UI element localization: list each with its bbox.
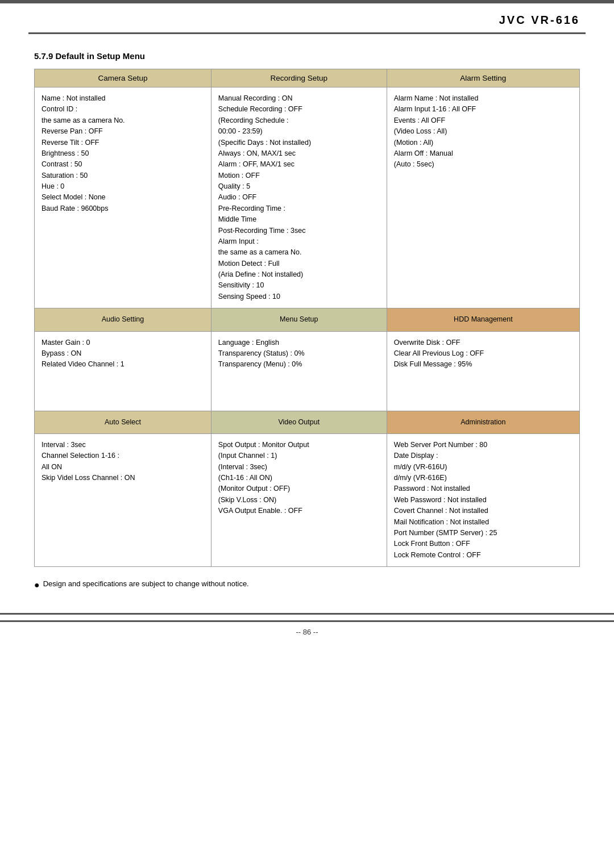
alarm-setting-cell: Alarm Name : Not installed Alarm Input 1…	[387, 87, 579, 308]
hdd-management-header: HDD Management	[387, 308, 579, 331]
administration-cell: Web Server Port Number : 80 Date Display…	[387, 433, 579, 566]
table-row-3-data: Interval : 3sec Channel Selection 1-16 :…	[35, 433, 580, 566]
footer-note: ● Design and specifications are subject …	[34, 579, 580, 590]
main-content: 5.7.9 Default in Setup Menu Camera Setup…	[0, 51, 614, 590]
col2-header: Recording Setup	[211, 69, 387, 87]
page-number: -- 86 --	[0, 628, 614, 636]
bullet-icon: ●	[34, 579, 40, 590]
table-row-3-headers: Auto Select Video Output Administration	[35, 411, 580, 433]
video-output-header: Video Output	[211, 411, 387, 433]
auto-select-cell: Interval : 3sec Channel Selection 1-16 :…	[35, 433, 211, 566]
table-row-2-headers: Audio Setting Menu Setup HDD Management	[35, 308, 580, 331]
header-divider	[28, 32, 586, 34]
section-title: 5.7.9 Default in Setup Menu	[34, 51, 580, 61]
administration-header: Administration	[387, 411, 579, 433]
defaults-table: Camera Setup Recording Setup Alarm Setti…	[34, 69, 580, 567]
bottom-bar-area: -- 86 --	[0, 613, 614, 648]
camera-setup-cell: Name : Not installed Control ID : the sa…	[35, 87, 211, 308]
menu-setup-header: Menu Setup	[211, 308, 387, 331]
table-row-2-data: Master Gain : 0 Bypass : ON Related Vide…	[35, 331, 580, 411]
auto-select-header: Auto Select	[35, 411, 211, 433]
col3-header: Alarm Setting	[387, 69, 579, 87]
hdd-management-cell: Overwrite Disk : OFF Clear All Previous …	[387, 331, 579, 411]
col1-header: Camera Setup	[35, 69, 211, 87]
bottom-divider	[0, 620, 614, 622]
footer-note-text: Design and specifications are subject to…	[43, 579, 249, 588]
menu-setup-cell: Language : English Transparency (Status)…	[211, 331, 387, 411]
brand-header: JVC VR-616	[0, 3, 614, 32]
audio-setting-cell: Master Gain : 0 Bypass : ON Related Vide…	[35, 331, 211, 411]
video-output-cell: Spot Output : Monitor Output (Input Chan…	[211, 433, 387, 566]
recording-setup-cell: Manual Recording : ON Schedule Recording…	[211, 87, 387, 308]
audio-setting-header: Audio Setting	[35, 308, 211, 331]
table-row-1-data: Name : Not installed Control ID : the sa…	[35, 87, 580, 308]
table-header-row: Camera Setup Recording Setup Alarm Setti…	[35, 69, 580, 87]
brand-title: JVC VR-616	[499, 14, 580, 26]
